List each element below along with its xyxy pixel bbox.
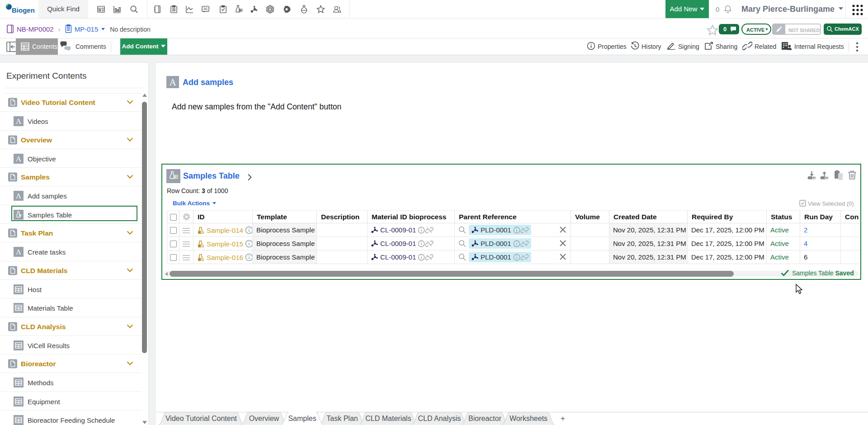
svg-text:A: A: [16, 192, 22, 200]
svg-text:A: A: [16, 117, 22, 126]
svg-text:Overview: Overview: [249, 415, 279, 422]
svg-text:Bioreactor: Bioreactor: [468, 415, 502, 422]
svg-text:Samples: Samples: [288, 415, 316, 422]
svg-text:CLD Analysis: CLD Analysis: [418, 415, 461, 422]
svg-text:A: A: [16, 155, 22, 163]
svg-text:Task Plan: Task Plan: [326, 415, 358, 422]
svg-text:A: A: [16, 248, 22, 256]
svg-text:+: +: [561, 414, 565, 423]
svg-text:CLD Materials: CLD Materials: [365, 415, 411, 422]
svg-text:Video Tutorial Content: Video Tutorial Content: [165, 415, 237, 422]
svg-text:Biogen: Biogen: [12, 6, 35, 14]
svg-text:Worksheets: Worksheets: [509, 415, 547, 422]
svg-text:A: A: [169, 77, 176, 88]
